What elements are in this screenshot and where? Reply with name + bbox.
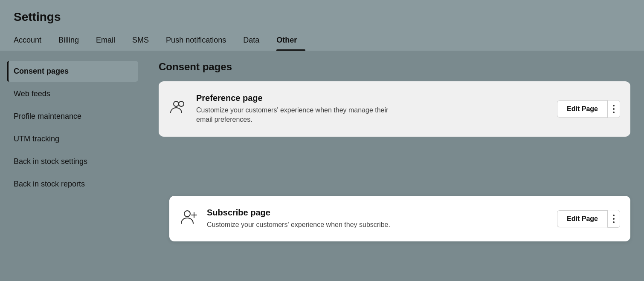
svg-point-1 — [179, 101, 184, 106]
main-layout: Consent pages Web feeds Profile maintena… — [0, 51, 644, 281]
tab-email[interactable]: Email — [96, 32, 124, 51]
sidebar-item-utm-tracking[interactable]: UTM tracking — [7, 129, 138, 149]
subscribe-page-card: Subscribe page Customize your customers'… — [169, 196, 630, 241]
preference-page-card: Preference page Customize your customers… — [159, 81, 630, 137]
tab-data[interactable]: Data — [243, 32, 268, 51]
tabs-nav: Account Billing Email SMS Push notificat… — [14, 32, 630, 51]
subscribe-page-more-button[interactable] — [607, 210, 620, 228]
tab-account[interactable]: Account — [14, 32, 50, 51]
tab-billing[interactable]: Billing — [58, 32, 87, 51]
page-title: Settings — [14, 10, 630, 24]
preference-page-edit-button[interactable]: Edit Page — [557, 100, 607, 118]
tab-sms[interactable]: SMS — [132, 32, 157, 51]
subscribe-page-title: Subscribe page — [207, 208, 548, 218]
preference-page-text: Preference page Customize your customers… — [196, 93, 548, 125]
svg-point-2 — [184, 211, 190, 217]
content-title: Consent pages — [159, 61, 630, 73]
tab-push-notifications[interactable]: Push notifications — [166, 32, 235, 51]
subscribe-page-description: Customize your customers' experience whe… — [207, 220, 548, 229]
person-add-icon — [180, 208, 198, 229]
people-icon — [169, 98, 188, 119]
sidebar: Consent pages Web feeds Profile maintena… — [0, 51, 145, 281]
three-dots-icon — [613, 105, 615, 113]
content-area: Consent pages Preference page Customize … — [145, 51, 644, 281]
sidebar-item-back-in-stock-reports[interactable]: Back in stock reports — [7, 174, 138, 195]
subscribe-page-text: Subscribe page Customize your customers'… — [207, 208, 548, 229]
sidebar-item-profile-maintenance[interactable]: Profile maintenance — [7, 106, 138, 127]
sidebar-item-web-feeds[interactable]: Web feeds — [7, 83, 138, 104]
subscribe-page-edit-button[interactable]: Edit Page — [557, 210, 607, 227]
sidebar-item-consent-pages[interactable]: Consent pages — [7, 61, 138, 82]
preference-page-title: Preference page — [196, 93, 548, 103]
tab-other[interactable]: Other — [276, 32, 305, 51]
subscribe-page-actions: Edit Page — [557, 210, 620, 228]
three-dots-icon-2 — [613, 215, 615, 223]
sidebar-item-back-in-stock-settings[interactable]: Back in stock settings — [7, 151, 138, 172]
preference-page-actions: Edit Page — [557, 100, 620, 118]
preference-page-description: Customize your customers' experience whe… — [196, 106, 548, 125]
svg-point-0 — [174, 101, 179, 106]
preference-page-more-button[interactable] — [607, 100, 620, 118]
